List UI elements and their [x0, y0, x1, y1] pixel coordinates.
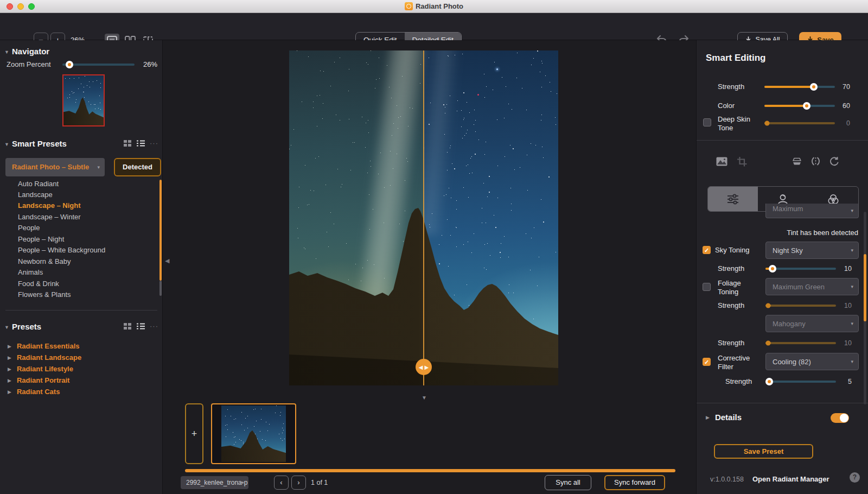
chevron-down-icon: ▾: [851, 321, 853, 326]
mahogany-dropdown[interactable]: Mahogany ▾: [765, 315, 859, 332]
smart-preset-item[interactable]: People – White Background: [18, 246, 154, 254]
sky-toning-label: Sky Toning: [715, 246, 749, 255]
preset-group[interactable]: ▶Radiant Cats: [8, 388, 154, 396]
filename-dropdown[interactable]: 2992_kenlee_trona-p ▾: [181, 476, 248, 489]
navigator-thumbnail-photo: [63, 75, 104, 125]
expand-details-icon: ▶: [706, 415, 710, 420]
save-preset-button[interactable]: Save Preset: [714, 444, 813, 459]
navigator-zoom-value: 26%: [135, 60, 157, 68]
add-photo-button[interactable]: +: [185, 403, 203, 464]
strength-slider[interactable]: [764, 83, 835, 91]
smart-preset-item[interactable]: People – Night: [18, 235, 154, 243]
expand-icon: ▶: [8, 378, 11, 383]
sky-strength-value: 10: [833, 265, 852, 273]
collapse-smart-presets-icon[interactable]: ▼: [4, 142, 9, 147]
details-section-header[interactable]: ▶ Details: [706, 413, 742, 422]
preset-group[interactable]: ▶Radiant Landscape: [8, 353, 154, 362]
collapse-filmstrip-icon[interactable]: ▼: [422, 395, 427, 401]
smart-preset-item[interactable]: Animals: [18, 268, 154, 276]
smart-preset-item[interactable]: Landscape – Winter: [18, 213, 154, 221]
sky-toning-dropdown[interactable]: Night Sky ▾: [765, 242, 859, 259]
compare-split-line[interactable]: [423, 50, 424, 385]
strength-value: 70: [832, 83, 850, 91]
corrective-filter-checkbox[interactable]: ✓: [703, 358, 711, 366]
grid-view-icon[interactable]: [123, 140, 132, 147]
next-photo-button[interactable]: ›: [291, 476, 306, 490]
mahogany-strength-slider[interactable]: [765, 339, 836, 347]
zoom-percent-label: Zoom Percent: [7, 60, 51, 68]
sky-strength-slider[interactable]: [765, 265, 836, 273]
smart-preset-item[interactable]: People: [18, 224, 154, 232]
strength-label: Strength: [718, 83, 744, 91]
clipped-dropdown[interactable]: Maximum ▾: [765, 204, 859, 218]
smart-preset-item[interactable]: Food & Drink: [18, 280, 154, 288]
corrective-strength-slider[interactable]: [765, 378, 836, 385]
preset-group[interactable]: ▶Radiant Essentials: [8, 342, 154, 350]
app-version: v:1.0.0.158: [710, 476, 744, 483]
compare-split-handle[interactable]: ◀▶: [416, 359, 432, 375]
list-view-icon[interactable]: [136, 322, 145, 330]
radiant-photo-window: Radiant Photo − + 26% Quick Edit Detaile…: [0, 0, 868, 494]
expand-icon: ▶: [8, 389, 11, 395]
collapse-left-panel-icon[interactable]: ◀: [165, 257, 169, 264]
smart-preset-item[interactable]: Auto Radiant: [18, 180, 154, 188]
split-left-icon: ◀: [419, 364, 423, 370]
more-options-icon[interactable]: ···: [150, 322, 158, 330]
grid-view-icon[interactable]: [123, 322, 132, 330]
corrective-filter-dropdown[interactable]: Cooling (82) ▾: [765, 353, 859, 370]
detected-button[interactable]: Detected: [114, 158, 161, 176]
mahogany-strength-label: Strength: [718, 339, 744, 347]
preset-group[interactable]: ▶Radiant Lifestyle: [8, 365, 154, 373]
details-toggle[interactable]: [831, 413, 849, 423]
divider: [697, 140, 868, 141]
deep-skin-tone-slider[interactable]: [764, 119, 835, 127]
deep-skin-tone-value: 0: [832, 119, 850, 127]
sync-all-button[interactable]: Sync all: [545, 475, 591, 490]
smart-preset-dropdown[interactable]: Radiant Photo – Subtle ▾: [5, 158, 105, 176]
photo-compare-view[interactable]: ◀▶: [289, 50, 558, 385]
left-panel-scrollbar-track[interactable]: [159, 281, 162, 296]
collapse-navigator-icon[interactable]: ▼: [4, 49, 9, 55]
color-value: 60: [832, 102, 850, 110]
left-panel-scrollbar-thumb[interactable]: [159, 180, 162, 281]
chevron-down-icon: ▾: [851, 208, 853, 213]
filmstrip-thumbnail-selected[interactable]: [211, 403, 296, 464]
color-slider[interactable]: [764, 102, 835, 110]
rotate-icon[interactable]: [827, 155, 841, 168]
flip-horizontal-icon[interactable]: [808, 155, 822, 168]
smart-preset-item[interactable]: Newborn & Baby: [18, 257, 154, 265]
smart-presets-view-icons: ···: [123, 139, 158, 147]
right-panel-scrollbar-thumb[interactable]: [864, 254, 866, 321]
foliage-toning-dropdown[interactable]: Maximum Green ▾: [765, 278, 859, 295]
foliage-toning-label: FoliageToning: [718, 279, 741, 296]
smart-preset-item-selected[interactable]: Landscape – Night: [18, 201, 154, 210]
flip-vertical-icon[interactable]: [790, 155, 804, 168]
chevron-down-icon: ▾: [241, 480, 244, 485]
smart-preset-item[interactable]: Landscape: [18, 191, 154, 199]
tint-detected-note: Tint has been detected: [787, 229, 858, 237]
previous-photo-button[interactable]: ‹: [274, 476, 289, 490]
foliage-toning-checkbox[interactable]: [703, 283, 711, 291]
navigator-zoom-knob[interactable]: [66, 61, 73, 68]
tab-adjustments[interactable]: [708, 187, 758, 211]
list-view-icon[interactable]: [136, 140, 145, 147]
more-options-icon[interactable]: ···: [150, 139, 158, 147]
smart-preset-item[interactable]: Flowers & Plants: [18, 290, 154, 299]
collapse-presets-icon[interactable]: ▼: [4, 325, 9, 330]
navigator-thumbnail[interactable]: [62, 74, 105, 126]
sky-toning-checkbox[interactable]: ✓: [703, 246, 711, 254]
help-icon[interactable]: ?: [850, 472, 860, 483]
sky-strength-label: Strength: [718, 264, 744, 273]
foliage-strength-slider[interactable]: [765, 302, 836, 309]
open-radiant-manager-link[interactable]: Open Radiant Manager: [752, 475, 829, 483]
chevron-down-icon: ▾: [851, 248, 853, 253]
window-title: Radiant Photo: [0, 2, 868, 10]
filmstrip-scrollbar[interactable]: [185, 469, 675, 472]
crop-icon[interactable]: [735, 155, 749, 168]
image-adjust-icon[interactable]: [714, 155, 729, 168]
sync-forward-button[interactable]: Sync forward: [604, 475, 665, 490]
deep-skin-tone-checkbox[interactable]: [703, 118, 711, 126]
deep-skin-tone-label: Deep SkinTone: [718, 115, 750, 132]
divider: [5, 310, 157, 311]
preset-group[interactable]: ▶Radiant Portrait: [8, 376, 154, 384]
